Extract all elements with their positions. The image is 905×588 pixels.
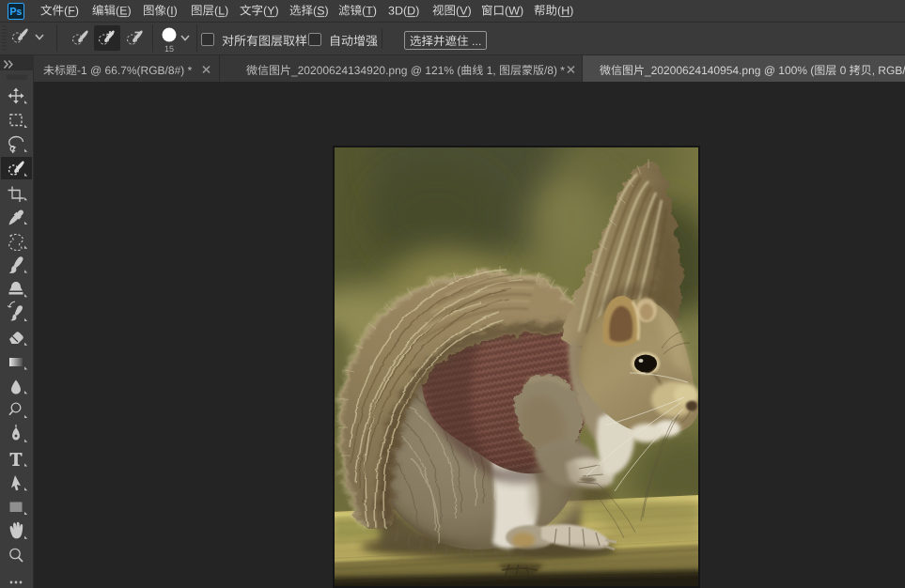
svg-text:Ps: Ps (10, 6, 23, 17)
